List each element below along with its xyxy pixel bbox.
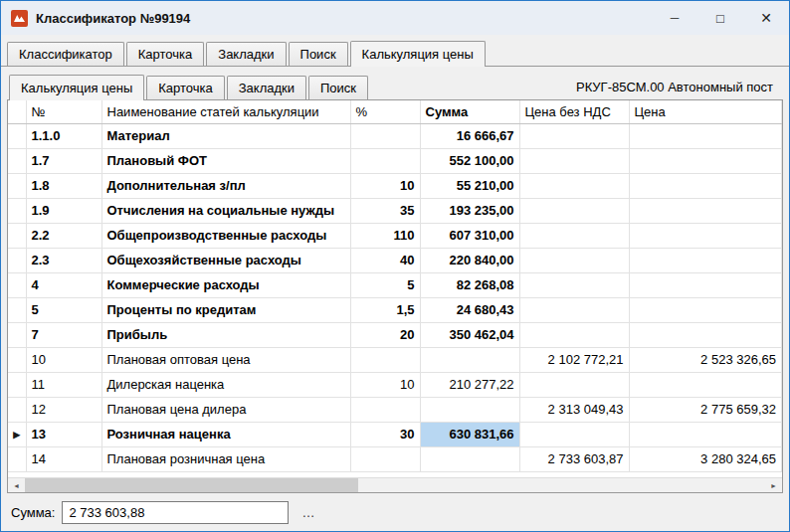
cell-pct[interactable]: 30 <box>350 422 420 446</box>
cell-name[interactable]: Коммерческие расходы <box>101 272 350 297</box>
cell-price-no-vat[interactable] <box>519 422 629 446</box>
current-row-marker[interactable]: ▶ <box>8 422 26 446</box>
cell-price-no-vat[interactable] <box>519 248 629 272</box>
scrollbar-thumb[interactable] <box>25 478 358 492</box>
cell-price[interactable]: 2 523 326,65 <box>629 347 782 372</box>
col-price-no-vat[interactable]: Цена без НДС <box>519 100 629 123</box>
cell-num[interactable]: 1.9 <box>26 198 101 223</box>
cell-price-no-vat[interactable]: 2 313 049,43 <box>519 397 629 422</box>
table-row[interactable]: ▶13Розничная наценка30630 831,66 <box>8 422 782 446</box>
cell-price-no-vat[interactable] <box>519 322 629 347</box>
cell-name[interactable]: Плановый ФОТ <box>101 148 350 173</box>
cell-num[interactable]: 13 <box>26 422 101 446</box>
cell-pct[interactable]: 10 <box>350 173 420 198</box>
row-selector[interactable] <box>8 123 26 148</box>
table-row[interactable]: 14Плановая розничная цена2 733 603,873 2… <box>8 446 782 471</box>
cell-sum[interactable] <box>420 446 519 471</box>
cell-sum[interactable]: 552 100,00 <box>420 148 519 173</box>
row-selector[interactable] <box>8 198 26 223</box>
cell-name[interactable]: Отчисления на социальные нужды <box>101 198 350 223</box>
cell-pct[interactable] <box>350 347 420 372</box>
row-selector[interactable] <box>8 248 26 272</box>
table-row[interactable]: 4Коммерческие расходы582 268,08 <box>8 272 782 297</box>
cell-price[interactable] <box>629 198 782 223</box>
cell-sum[interactable]: 24 680,43 <box>420 297 519 322</box>
cell-name[interactable]: Проценты по кредитам <box>101 297 350 322</box>
cell-num[interactable]: 12 <box>26 397 101 422</box>
row-selector[interactable] <box>8 297 26 322</box>
cell-price-no-vat[interactable] <box>519 297 629 322</box>
table-row[interactable]: 5Проценты по кредитам1,524 680,43 <box>8 297 782 322</box>
cell-price[interactable] <box>629 223 782 248</box>
cell-price[interactable] <box>629 173 782 198</box>
row-selector[interactable] <box>8 223 26 248</box>
cell-pct[interactable]: 20 <box>350 322 420 347</box>
cell-name[interactable]: Плановая цена дилера <box>101 397 350 422</box>
cell-sum[interactable] <box>420 347 519 372</box>
cell-price-no-vat[interactable] <box>519 148 629 173</box>
inner-tab-poisk[interactable]: Поиск <box>308 76 368 99</box>
cell-sum[interactable]: 607 310,00 <box>420 223 519 248</box>
table-row[interactable]: 1.7Плановый ФОТ552 100,00 <box>8 148 782 173</box>
cell-num[interactable]: 1.8 <box>26 173 101 198</box>
inner-tab-kartochka[interactable]: Карточка <box>146 76 224 99</box>
more-button[interactable]: … <box>296 505 320 520</box>
table-row[interactable]: 1.9Отчисления на социальные нужды35193 2… <box>8 198 782 223</box>
cell-price-no-vat[interactable]: 2 102 772,21 <box>519 347 629 372</box>
table-row[interactable]: 1.1.0Материал16 666,67 <box>8 123 782 148</box>
cell-price[interactable] <box>629 297 782 322</box>
cell-sum[interactable]: 55 210,00 <box>420 173 519 198</box>
scrollbar-track[interactable] <box>25 478 765 492</box>
cell-price[interactable] <box>629 322 782 347</box>
cell-pct[interactable] <box>350 397 420 422</box>
cell-pct[interactable]: 1,5 <box>350 297 420 322</box>
col-pct[interactable]: % <box>350 100 420 123</box>
cell-num[interactable]: 10 <box>26 347 101 372</box>
cell-sum[interactable] <box>420 397 519 422</box>
row-selector[interactable] <box>8 148 26 173</box>
table-row[interactable]: 7Прибыль20350 462,04 <box>8 322 782 347</box>
cell-pct[interactable] <box>350 148 420 173</box>
cell-sum[interactable]: 220 840,00 <box>420 248 519 272</box>
cell-name[interactable]: Плановая оптовая цена <box>101 347 350 372</box>
cell-price[interactable] <box>629 372 782 397</box>
row-selector[interactable] <box>8 173 26 198</box>
cell-price-no-vat[interactable] <box>519 223 629 248</box>
close-button[interactable]: ✕ <box>743 1 789 35</box>
cell-price[interactable]: 2 775 659,32 <box>629 397 782 422</box>
cell-price-no-vat[interactable] <box>519 123 629 148</box>
cell-num[interactable]: 1.1.0 <box>26 123 101 148</box>
cell-price-no-vat[interactable] <box>519 198 629 223</box>
col-name[interactable]: Наименование статей калькуляции <box>101 100 350 123</box>
tab-klassifikator[interactable]: Классификатор <box>7 42 124 66</box>
cell-pct[interactable] <box>350 446 420 471</box>
cell-sum[interactable]: 350 462,04 <box>420 322 519 347</box>
titlebar[interactable]: Классификатор №99194 ─ □ ✕ <box>1 1 789 35</box>
cell-num[interactable]: 11 <box>26 372 101 397</box>
row-selector[interactable] <box>8 322 26 347</box>
sum-input[interactable] <box>62 501 289 524</box>
cell-name[interactable]: Розничная наценка <box>101 422 350 446</box>
row-selector[interactable] <box>8 347 26 372</box>
scroll-left-arrow[interactable]: ◄ <box>8 478 25 492</box>
col-num[interactable]: № <box>26 100 101 123</box>
table-row[interactable]: 10Плановая оптовая цена2 102 772,212 523… <box>8 347 782 372</box>
cell-price[interactable]: 3 280 324,65 <box>629 446 782 471</box>
maximize-button[interactable]: □ <box>697 1 743 35</box>
minimize-button[interactable]: ─ <box>652 1 697 35</box>
table-row[interactable]: 1.8Дополнительная з/пл1055 210,00 <box>8 173 782 198</box>
cell-price-no-vat[interactable]: 2 733 603,87 <box>519 446 629 471</box>
cell-name[interactable]: Дилерская наценка <box>101 372 350 397</box>
cell-sum[interactable]: 193 235,00 <box>420 198 519 223</box>
cell-sum[interactable]: 630 831,66 <box>420 422 519 446</box>
cell-num[interactable]: 5 <box>26 297 101 322</box>
cell-pct[interactable] <box>350 123 420 148</box>
cell-name[interactable]: Материал <box>101 123 350 148</box>
cell-pct[interactable]: 110 <box>350 223 420 248</box>
cell-num[interactable]: 1.7 <box>26 148 101 173</box>
tab-kalkulyatsiya-tseny[interactable]: Калькуляция цены <box>350 41 486 67</box>
cell-num[interactable]: 2.2 <box>26 223 101 248</box>
cell-pct[interactable]: 5 <box>350 272 420 297</box>
cell-price-no-vat[interactable] <box>519 372 629 397</box>
cell-name[interactable]: Дополнительная з/пл <box>101 173 350 198</box>
